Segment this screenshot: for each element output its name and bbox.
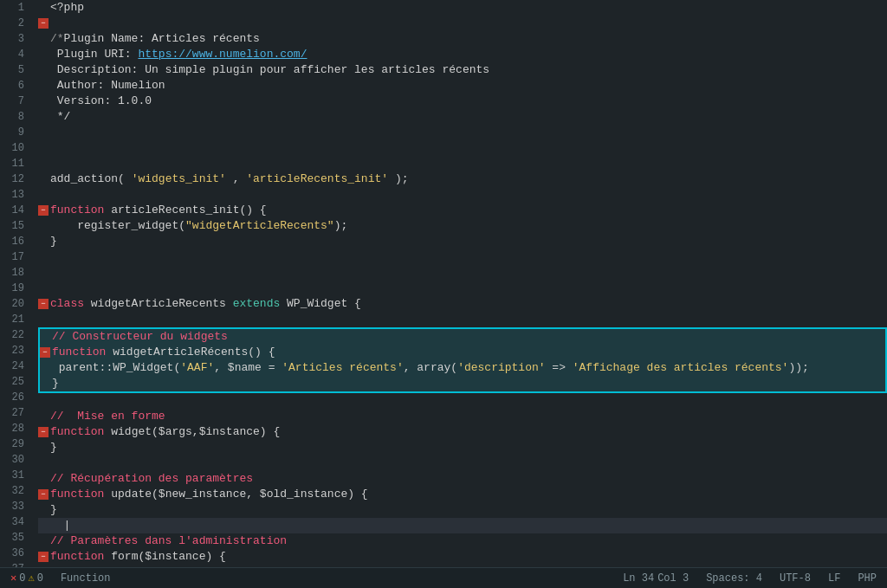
line-number: 7 bbox=[3, 94, 24, 109]
line-number: 26 bbox=[3, 390, 24, 405]
line-number: 13 bbox=[3, 187, 24, 203]
token-plain: form($instance) { bbox=[104, 549, 225, 565]
line-number: 16 bbox=[3, 234, 24, 249]
code-line: /*Plugin Name: Articles récents bbox=[38, 31, 887, 47]
error-count: ✕ 0 ⚠ 0 bbox=[10, 572, 43, 585]
code-line bbox=[38, 456, 887, 471]
error-icon: ✕ bbox=[10, 572, 16, 585]
line-ending-info: LF bbox=[828, 572, 840, 585]
token-plain: } bbox=[50, 440, 57, 456]
code-line: } bbox=[38, 565, 887, 567]
token-string: "widgetArticleRecents" bbox=[185, 218, 334, 234]
status-bar: ✕ 0 ⚠ 0 Function Ln 34 Col 3 Spaces: 4 U… bbox=[0, 567, 887, 588]
code-content[interactable]: <?php− /*Plugin Name: Articles récents P… bbox=[31, 0, 887, 567]
token-plain: } bbox=[50, 502, 57, 518]
code-line bbox=[38, 140, 887, 156]
fold-collapse-button[interactable]: − bbox=[38, 489, 49, 500]
code-line: */ bbox=[38, 109, 887, 125]
code-line: } bbox=[38, 502, 887, 518]
token-plain: } bbox=[52, 376, 59, 391]
token-php-tag: <?php bbox=[50, 0, 84, 16]
token-keyword: function bbox=[50, 487, 104, 502]
code-editor[interactable]: 1234567891011121314151617181920212223242… bbox=[0, 0, 887, 588]
token-string: 'articleRecents_init' bbox=[246, 171, 388, 187]
token-plain: => bbox=[546, 360, 573, 376]
line-number: 22 bbox=[3, 327, 24, 343]
token-comment-text: // Récupération des paramètres bbox=[50, 471, 253, 487]
col-indicator: Col 3 bbox=[657, 572, 689, 585]
code-line: } bbox=[38, 376, 887, 393]
fold-collapse-button[interactable]: − bbox=[40, 347, 50, 358]
token-string: 'widgets_init' bbox=[132, 171, 226, 187]
token-string: 'Affichage des articles récents' bbox=[573, 360, 789, 376]
line-number: 21 bbox=[3, 312, 24, 327]
line-number: 20 bbox=[3, 296, 24, 312]
token-plain: widgetArticleRécents() { bbox=[106, 345, 275, 360]
code-line bbox=[38, 281, 887, 296]
code-line: −function form($instance) { bbox=[38, 549, 887, 565]
code-line bbox=[38, 125, 887, 140]
line-number: 36 bbox=[3, 546, 24, 561]
token-plain: add_action( bbox=[50, 171, 132, 187]
encoding-info: UTF-8 bbox=[780, 572, 811, 585]
fold-collapse-button[interactable]: − bbox=[38, 552, 49, 562]
token-plain: */ bbox=[50, 109, 70, 125]
line-number: 8 bbox=[3, 109, 24, 125]
code-line: −function articleRecents_init() { bbox=[38, 203, 887, 218]
fold-collapse-button[interactable]: − bbox=[38, 299, 49, 309]
token-plain: Plugin URI: bbox=[50, 47, 138, 62]
warning-number: 0 bbox=[37, 572, 43, 585]
token-keyword: function bbox=[50, 203, 104, 218]
code-line: Author: Numelion bbox=[38, 78, 887, 94]
line-number: 25 bbox=[3, 374, 24, 390]
token-plain: update($new_instance, $old_instance) { bbox=[104, 487, 367, 502]
code-line: Description: Un simple plugin pour affic… bbox=[38, 62, 887, 78]
fold-collapse-button[interactable]: − bbox=[38, 427, 49, 437]
fold-collapse-button[interactable]: − bbox=[38, 205, 49, 216]
token-plain: widget($args,$instance) { bbox=[104, 424, 280, 440]
line-number: 27 bbox=[3, 405, 24, 421]
token-keyword: class bbox=[50, 296, 84, 312]
token-string: 'AAF' bbox=[180, 360, 214, 376]
line-number: 35 bbox=[3, 530, 24, 546]
function-status: Function bbox=[61, 572, 111, 585]
code-area: 1234567891011121314151617181920212223242… bbox=[0, 0, 887, 567]
token-comment-text: // Mise en forme bbox=[50, 409, 165, 424]
token-comment-text: // Constructeur du widgets bbox=[52, 329, 228, 345]
code-line: | bbox=[38, 518, 887, 533]
token-plain: ); bbox=[334, 218, 348, 234]
token-plain: } bbox=[50, 234, 57, 249]
line-number: 18 bbox=[3, 265, 24, 281]
line-number: 19 bbox=[3, 281, 24, 296]
code-line: <?php bbox=[38, 0, 887, 16]
token-plain: } bbox=[50, 565, 57, 567]
line-number: 14 bbox=[3, 203, 24, 218]
fold-collapse-button[interactable]: − bbox=[38, 18, 49, 29]
token-keyword: function bbox=[50, 549, 104, 565]
line-number: 1 bbox=[3, 0, 24, 16]
line-number: 2 bbox=[3, 16, 24, 31]
line-number: 34 bbox=[3, 514, 24, 530]
line-number: 5 bbox=[3, 62, 24, 78]
token-extends: extends bbox=[233, 296, 281, 312]
token-plain: widgetArticleRecents bbox=[84, 296, 233, 312]
code-line: } bbox=[38, 234, 887, 249]
token-plain: | bbox=[50, 518, 70, 533]
token-keyword: function bbox=[52, 345, 106, 360]
token-plain: , bbox=[226, 171, 246, 187]
line-numbers: 1234567891011121314151617181920212223242… bbox=[0, 0, 31, 567]
line-number: 29 bbox=[3, 436, 24, 452]
code-line: −function widgetArticleRécents() { bbox=[38, 345, 887, 360]
token-plain: Description: Un simple plugin pour affic… bbox=[50, 62, 489, 78]
code-line: add_action( 'widgets_init' , 'articleRec… bbox=[38, 171, 887, 187]
line-number: 9 bbox=[3, 125, 24, 140]
function-label: Function bbox=[61, 572, 111, 585]
spaces-info: Spaces: 4 bbox=[706, 572, 762, 585]
code-line: −class widgetArticleRecents extends WP_W… bbox=[38, 296, 887, 312]
code-line: // Mise en forme bbox=[38, 409, 887, 424]
code-line: // Récupération des paramètres bbox=[38, 471, 887, 487]
code-line: // Constructeur du widgets bbox=[38, 327, 887, 345]
token-string: 'Articles récents' bbox=[282, 360, 403, 376]
token-plain: Author: Numelion bbox=[50, 78, 165, 94]
token-comment: /* bbox=[50, 31, 64, 47]
